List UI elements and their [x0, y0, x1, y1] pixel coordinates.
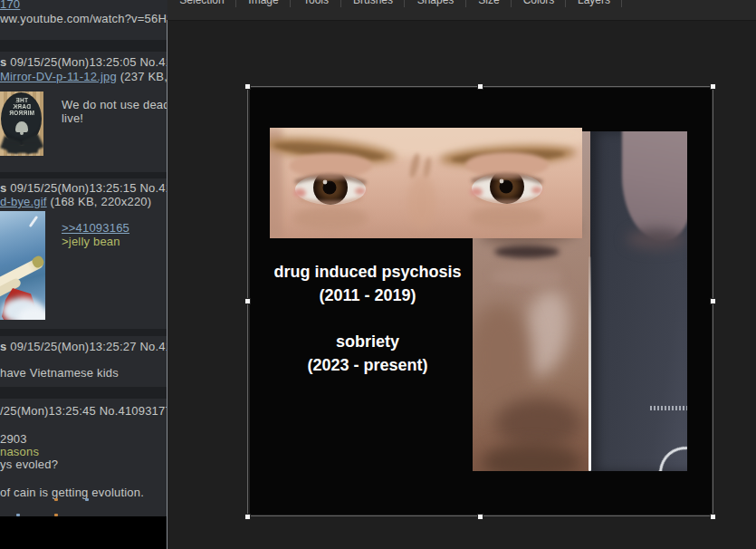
post-comment: 2903: [0, 432, 27, 446]
post-header: s 09/15/25(Mon)13:25:27 No.41: [0, 340, 167, 353]
black-image-region: [0, 516, 167, 549]
thumbnail-cartoon-gif[interactable]: [0, 211, 45, 320]
post-date-number: 09/15/25(Mon)13:25:05 No.41: [10, 55, 167, 69]
selection-handle-bottom-left[interactable]: [244, 514, 251, 520]
menu-item-brushes[interactable]: Brushes: [341, 0, 405, 20]
mirrored-logo-text: THE DARK MIRROR: [0, 97, 43, 116]
file-link[interactable]: Mirror-DV-p-11-12.jpg: [0, 70, 117, 83]
poster-name-fragment: s: [0, 340, 6, 353]
thread-sidebar: 170 ww.youtube.com/watch?v=56HS s 09/15/…: [0, 0, 167, 549]
file-link[interactable]: d-bye.gif: [0, 195, 47, 208]
post-number-link[interactable]: 170: [0, 0, 20, 11]
branch-shape: [7, 144, 38, 153]
post-header: /25(Mon)13:25:45 No.41093177: [0, 404, 167, 418]
file-info-line: Mirror-DV-p-11-12.jpg (237 KB, 8: [0, 70, 167, 83]
image-editor-window: Selection Image Tools Brushes Shapes Siz…: [167, 0, 756, 549]
selection-handle-middle-right[interactable]: [710, 298, 716, 304]
editor-menubar: Selection Image Tools Brushes Shapes Siz…: [167, 0, 756, 21]
cartoon-speck: [29, 216, 38, 227]
selection-handle-bottom-middle[interactable]: [477, 514, 483, 520]
menu-item-selection[interactable]: Selection: [167, 0, 236, 20]
clipped-text-fragment: [54, 498, 58, 501]
menu-item-tools[interactable]: Tools: [291, 0, 341, 20]
thumbnail-dark-mirror[interactable]: THE DARK MIRROR: [0, 92, 43, 156]
screenshot-root: 170 ww.youtube.com/watch?v=56HS s 09/15/…: [0, 0, 756, 549]
menu-item-size[interactable]: Size: [466, 0, 512, 20]
poster-name-fragment: s: [0, 55, 6, 69]
selection-handle-top-middle[interactable]: [477, 83, 483, 90]
file-size-text: (237 KB, 8: [120, 70, 167, 83]
menu-item-image[interactable]: Image: [236, 0, 291, 20]
post-comment: live!: [62, 111, 83, 125]
post-comment: of cain is getting evolution.: [0, 486, 144, 499]
menu-item-shapes[interactable]: Shapes: [405, 0, 466, 20]
editing-canvas[interactable]: drug induced psychosis (2011 - 2019) sob…: [250, 88, 712, 515]
phone-brand-text: [650, 406, 687, 410]
clipped-text-fragment: [85, 498, 89, 501]
under-eye-light: [491, 267, 563, 285]
caption-sobriety: sobriety (2023 - present): [250, 330, 485, 377]
phone-edge-highlight: [589, 256, 591, 471]
squinting-eye: [494, 246, 560, 258]
post-comment: ys evoled?: [0, 458, 58, 471]
caption-psychosis: drug induced psychosis (2011 - 2019): [250, 260, 485, 307]
post-header: s 09/15/25(Mon)13:25:05 No.41: [0, 55, 167, 69]
greentext-line: >jelly bean: [62, 235, 120, 248]
quote-link[interactable]: >>41093165: [62, 221, 129, 235]
post-comment: have Vietnamese kids: [0, 366, 119, 380]
post-date-number: 09/15/25(Mon)13:25:27 No.41: [10, 340, 167, 353]
selection-handle-middle-left[interactable]: [244, 298, 251, 304]
file-info-line: d-bye.gif (168 KB, 220x220): [0, 195, 151, 208]
poster-name-fragment: s: [0, 181, 6, 195]
post-comment: We do not use dead: [62, 98, 167, 111]
finger-shadow: [627, 229, 685, 249]
eyes-photo: [270, 128, 582, 238]
file-size-text: (168 KB, 220x220): [50, 195, 151, 208]
selection-handle-top-left[interactable]: [244, 83, 251, 90]
cartoon-cloud: [18, 307, 45, 320]
bell-icon: [15, 121, 28, 132]
greentext-line: nasons: [0, 445, 39, 458]
selection-handle-top-right[interactable]: [710, 83, 716, 90]
selection-handle-bottom-right[interactable]: [710, 514, 716, 520]
menu-item-colors[interactable]: Colors: [512, 0, 566, 20]
stubble-shadow: [495, 399, 581, 448]
post-header: s 09/15/25(Mon)13:25:15 No.41: [0, 181, 167, 195]
post-date-number: 09/15/25(Mon)13:25:15 No.41: [10, 181, 167, 195]
menu-item-layers[interactable]: Layers: [566, 0, 622, 20]
post-body-text: ww.youtube.com/watch?v=56HS: [0, 12, 167, 25]
